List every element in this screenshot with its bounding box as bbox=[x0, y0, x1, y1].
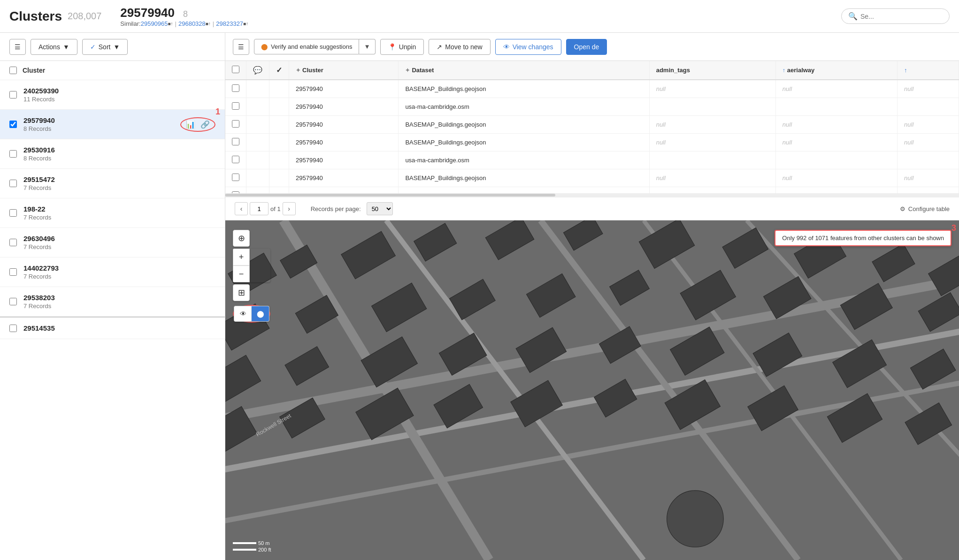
list-item[interactable]: 1 29579940 8 Records 📊 🔗 bbox=[0, 110, 225, 139]
unpin-button[interactable]: 📍 Unpin bbox=[380, 39, 424, 55]
cluster-item-info: 29514535 bbox=[23, 324, 215, 332]
similar-link-3[interactable]: 29823327 bbox=[216, 20, 243, 27]
move-to-new-button[interactable]: ↗ Move to new bbox=[429, 39, 490, 55]
cluster-item-id: 29630496 bbox=[23, 235, 215, 242]
cluster-item-records: 7 Records bbox=[23, 184, 215, 191]
toggle-button-right[interactable]: ⬤ bbox=[252, 306, 269, 322]
list-item[interactable]: 198-22 7 Records bbox=[0, 198, 225, 228]
verify-label: Verify and enable suggestions bbox=[271, 43, 352, 50]
table-scroll-track[interactable] bbox=[225, 193, 959, 197]
svg-rect-0 bbox=[225, 220, 959, 560]
row-checkbox[interactable] bbox=[232, 102, 239, 110]
toggle-button-left[interactable]: 👁 bbox=[234, 306, 252, 322]
select-all-checkbox[interactable] bbox=[9, 67, 17, 74]
search-input[interactable] bbox=[860, 13, 943, 20]
cell-cluster: 29579940 bbox=[289, 80, 399, 98]
cell-cluster: 29579940 bbox=[289, 134, 399, 151]
view-changes-button[interactable]: 👁 View changes bbox=[495, 39, 561, 55]
next-page-button[interactable]: › bbox=[283, 202, 296, 215]
cluster-item-records: 8 Records bbox=[23, 155, 215, 162]
list-item[interactable]: 29515472 7 Records bbox=[0, 169, 225, 198]
cluster-checkbox[interactable] bbox=[9, 91, 17, 98]
cell-admin-tags: null bbox=[649, 116, 775, 134]
cluster-checkbox[interactable] bbox=[9, 121, 17, 128]
cluster-checkbox[interactable] bbox=[9, 325, 17, 332]
layers-button[interactable]: ⊞ bbox=[233, 284, 250, 301]
list-item[interactable]: 29630496 7 Records bbox=[0, 228, 225, 257]
view-changes-label: View changes bbox=[513, 43, 553, 51]
cluster-item-info: 240259390 11 Records bbox=[23, 87, 215, 103]
cluster-checkbox[interactable] bbox=[9, 180, 17, 187]
annotation-3: 3 bbox=[951, 223, 956, 233]
cluster-item-id: 29515472 bbox=[23, 175, 215, 183]
cluster-item-info: 29630496 7 Records bbox=[23, 235, 215, 250]
right-filter-button[interactable]: ☰ bbox=[233, 39, 249, 55]
prev-page-button[interactable]: ‹ bbox=[235, 202, 248, 215]
cell-aerialway bbox=[775, 187, 897, 194]
list-item[interactable]: 29530916 8 Records bbox=[0, 139, 225, 169]
per-page-select[interactable]: 50 100 200 bbox=[367, 202, 393, 215]
row-checkbox[interactable] bbox=[232, 138, 239, 145]
search-box[interactable]: 🔍 bbox=[841, 8, 950, 24]
cluster-item-id: 29579940 bbox=[23, 116, 180, 124]
list-item[interactable]: 29538203 7 Records bbox=[0, 287, 225, 317]
table-scroll[interactable]: 💬 ✓ ✦Cluster ✦Dataset admin_tags bbox=[225, 61, 959, 193]
table-select-all[interactable] bbox=[232, 66, 239, 73]
similar-label: Similar: bbox=[120, 20, 140, 27]
filter-button[interactable]: ☰ bbox=[9, 39, 26, 55]
sort-button[interactable]: ✓ Sort ▼ bbox=[82, 39, 128, 55]
cell-admin-tags: null bbox=[649, 134, 775, 151]
cell-dataset: BASEMAP_Buildings.geojson bbox=[399, 116, 649, 134]
verify-dropdown-button[interactable]: ▼ bbox=[359, 39, 375, 54]
cluster-item-records: 7 Records bbox=[23, 214, 215, 221]
actions-button[interactable]: Actions ▼ bbox=[31, 39, 77, 55]
list-item[interactable]: 29514535 bbox=[0, 317, 225, 339]
cluster-checkbox[interactable] bbox=[9, 209, 17, 217]
verify-button[interactable]: ⬤ Verify and enable suggestions bbox=[254, 39, 359, 54]
cell-aerialway: null bbox=[775, 80, 897, 98]
row-checkbox[interactable] bbox=[232, 120, 239, 128]
chart-icon-btn[interactable]: 📊 bbox=[184, 119, 197, 130]
cluster-checkbox[interactable] bbox=[9, 239, 17, 246]
scale-200ft: 200 ft bbox=[233, 547, 271, 552]
cell-extra: null bbox=[898, 80, 959, 98]
left-panel: Cluster 240259390 11 Records 1 29579940 … bbox=[0, 61, 225, 560]
records-per-page-label: Records per page: bbox=[311, 205, 361, 212]
th-aerialway: ↑aerialway bbox=[775, 61, 897, 80]
configure-table-button[interactable]: ⚙ Configure table bbox=[900, 205, 950, 212]
chevron-down-icon: ▼ bbox=[63, 43, 69, 51]
cluster-item-id: 240259390 bbox=[23, 87, 215, 95]
detail-header: 29579940 8 Similar: 29590965 ■ ↑ | 29680… bbox=[120, 6, 248, 27]
row-checkbox[interactable] bbox=[232, 174, 239, 181]
zoom-in-button[interactable]: + bbox=[233, 249, 250, 265]
list-item[interactable]: 144022793 7 Records bbox=[0, 257, 225, 287]
table-row: 29579940 BASEMAP_Buildings.geojson null … bbox=[225, 80, 959, 98]
actions-label: Actions bbox=[38, 43, 60, 51]
page-input[interactable] bbox=[250, 202, 269, 215]
cell-extra: null bbox=[898, 169, 959, 187]
table-body: 29579940 BASEMAP_Buildings.geojson null … bbox=[225, 80, 959, 193]
link-icon-btn[interactable]: 🔗 bbox=[199, 119, 212, 130]
zoom-out-button[interactable]: − bbox=[233, 265, 250, 282]
row-checkbox[interactable] bbox=[232, 156, 239, 163]
annotation-1: 1 bbox=[215, 107, 220, 117]
similar-link-1[interactable]: 29590965 bbox=[141, 20, 168, 27]
cell-dataset: usa-ma-cambridge.osm bbox=[399, 187, 649, 194]
cluster-checkbox[interactable] bbox=[9, 150, 17, 158]
th-cluster-label: Cluster bbox=[302, 67, 323, 74]
similar-link-2[interactable]: 29680328 bbox=[178, 20, 206, 27]
open-de-button[interactable]: Open de bbox=[566, 39, 607, 55]
detail-id: 29579940 bbox=[120, 6, 175, 20]
row-checkbox[interactable] bbox=[232, 84, 239, 92]
map-annotation-text: Only 992 of 1071 features from other clu… bbox=[782, 235, 944, 242]
cell-cluster: 29579940 bbox=[289, 98, 399, 116]
cell-dataset: usa-ma-cambridge.osm bbox=[399, 98, 649, 116]
locate-button[interactable]: ⊕ bbox=[233, 230, 250, 247]
table-row: 29579940 BASEMAP_Buildings.geojson null … bbox=[225, 169, 959, 187]
cluster-checkbox[interactable] bbox=[9, 298, 17, 305]
cluster-checkbox[interactable] bbox=[9, 268, 17, 276]
list-item[interactable]: 240259390 11 Records bbox=[0, 80, 225, 110]
app-title: Clusters bbox=[9, 9, 62, 24]
cell-admin-tags: null bbox=[649, 80, 775, 98]
map-controls: ⊕ + − ⊞ 2 👁 bbox=[233, 230, 270, 323]
